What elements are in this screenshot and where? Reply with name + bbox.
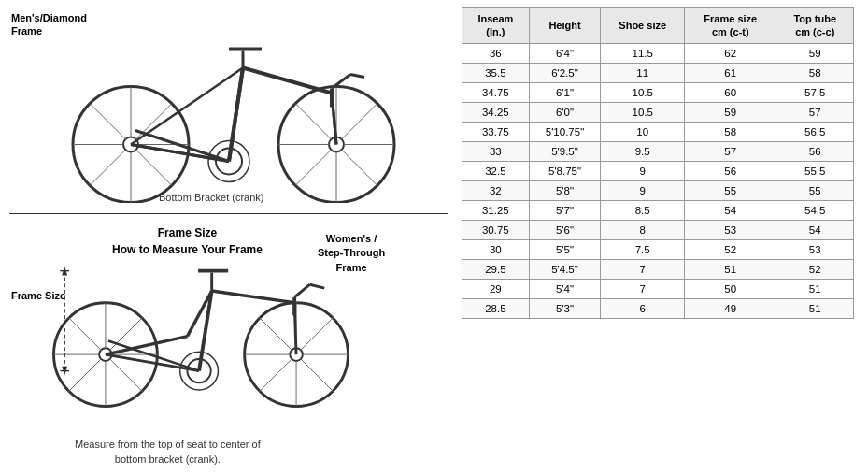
svg-line-65	[212, 291, 294, 303]
table-cell: 51	[776, 298, 854, 318]
table-cell: 36	[462, 43, 530, 63]
table-row: 34.256'0"10.55957	[462, 102, 854, 122]
table-cell: 59	[685, 102, 776, 122]
table-row: 28.55'3"64951	[462, 298, 854, 318]
svg-line-60	[106, 337, 188, 354]
table-cell: 5'4.5"	[529, 259, 601, 279]
table-cell: 51	[685, 259, 776, 279]
table-cell: 54	[776, 220, 854, 239]
col-header-toptube: Top tube cm (c-c)	[776, 8, 854, 44]
table-cell: 7	[601, 279, 685, 298]
table-row: 33.755'10.75"105856.5	[462, 122, 854, 141]
table-cell: 11	[601, 63, 685, 82]
table-cell: 6'0"	[529, 102, 601, 122]
table-cell: 31.25	[462, 200, 530, 220]
table-cell: 56.5	[776, 122, 854, 141]
mens-bike-diagram	[56, 21, 411, 203]
table-cell: 5'8.75"	[529, 161, 601, 180]
table-cell: 7.5	[601, 239, 685, 259]
table-cell: 5'8"	[529, 180, 601, 200]
col-header-shoe: Shoe size	[601, 8, 685, 44]
section-divider	[9, 213, 448, 214]
svg-line-8	[90, 150, 126, 186]
svg-line-43	[109, 358, 143, 392]
table-cell: 6'1"	[529, 82, 601, 102]
table-cell: 9	[601, 161, 685, 180]
table-cell: 5'3"	[529, 298, 601, 318]
table-cell: 8	[601, 220, 685, 239]
svg-line-7	[135, 150, 172, 186]
table-cell: 51	[776, 279, 854, 298]
table-cell: 57.5	[776, 82, 854, 102]
table-row: 30.755'6"85354	[462, 220, 854, 239]
table-body: 366'4"11.5625935.56'2.5"11615834.756'1"1…	[462, 43, 854, 318]
svg-line-53	[300, 358, 334, 392]
table-row: 366'4"11.56259	[462, 43, 854, 63]
svg-line-6	[90, 104, 126, 140]
table-cell: 57	[685, 141, 776, 161]
table-cell: 5'7"	[529, 200, 601, 220]
svg-line-44	[68, 358, 102, 392]
table-row: 335'9.5"9.55756	[462, 141, 854, 161]
table-cell: 29	[462, 279, 530, 298]
left-panel: Men's/Diamond Frame	[0, 0, 458, 476]
svg-line-9	[135, 104, 172, 140]
table-cell: 58	[776, 63, 854, 82]
table-cell: 10.5	[601, 82, 685, 102]
table-cell: 10.5	[601, 102, 685, 122]
table-cell: 56	[685, 161, 776, 180]
bottom-bracket-label: Bottom Bracket (crank)	[159, 192, 263, 203]
size-chart-table: Inseam (In.) Height Shoe size Frame size…	[462, 7, 854, 319]
table-cell: 5'6"	[529, 220, 601, 239]
table-cell: 32	[462, 180, 530, 200]
table-cell: 6'2.5"	[529, 63, 601, 82]
table-cell: 50	[685, 279, 776, 298]
table-cell: 6	[601, 298, 685, 318]
table-cell: 59	[776, 43, 854, 63]
table-cell: 9.5	[601, 141, 685, 161]
svg-line-17	[341, 150, 377, 186]
right-panel: Inseam (In.) Height Shoe size Frame size…	[458, 0, 868, 476]
table-cell: 9	[601, 180, 685, 200]
table-row: 35.56'2.5"116158	[462, 63, 854, 82]
svg-line-24	[229, 68, 243, 162]
table-cell: 8.5	[601, 200, 685, 220]
table-cell: 55	[685, 180, 776, 200]
table-header: Inseam (In.) Height Shoe size Frame size…	[462, 8, 854, 44]
table-cell: 55	[776, 180, 854, 200]
table-row: 325'8"95555	[462, 180, 854, 200]
svg-line-18	[295, 150, 332, 186]
table-row: 29.55'4.5"75152	[462, 259, 854, 279]
svg-line-67	[310, 284, 325, 288]
table-cell: 52	[776, 259, 854, 279]
svg-line-16	[295, 104, 332, 140]
table-cell: 56	[776, 141, 854, 161]
table-cell: 61	[685, 63, 776, 82]
col-header-height: Height	[529, 8, 601, 44]
table-cell: 29.5	[462, 259, 530, 279]
table-cell: 32.5	[462, 161, 530, 180]
table-cell: 7	[601, 259, 685, 279]
svg-line-66	[294, 284, 310, 297]
table-cell: 30	[462, 239, 530, 259]
measure-label: Measure from the top of seat to center o…	[75, 438, 261, 467]
table-cell: 58	[685, 122, 776, 141]
table-row: 295'4"75051	[462, 279, 854, 298]
table-cell: 62	[685, 43, 776, 63]
svg-line-22	[243, 68, 332, 94]
table-cell: 33	[462, 141, 530, 161]
table-cell: 6'4"	[529, 43, 601, 63]
svg-line-54	[259, 358, 292, 392]
table-cell: 54	[685, 200, 776, 220]
table-row: 305'5"7.55253	[462, 239, 854, 259]
table-cell: 5'5"	[529, 239, 601, 259]
table-cell: 60	[685, 82, 776, 102]
table-cell: 28.5	[462, 298, 530, 318]
svg-line-32	[350, 75, 364, 78]
table-cell: 30.75	[462, 220, 530, 239]
table-row: 32.55'8.75"95655.5	[462, 161, 854, 180]
table-cell: 57	[776, 102, 854, 122]
table-cell: 49	[685, 298, 776, 318]
table-cell: 34.75	[462, 82, 530, 102]
col-header-frame: Frame size cm (c-t)	[685, 8, 776, 44]
